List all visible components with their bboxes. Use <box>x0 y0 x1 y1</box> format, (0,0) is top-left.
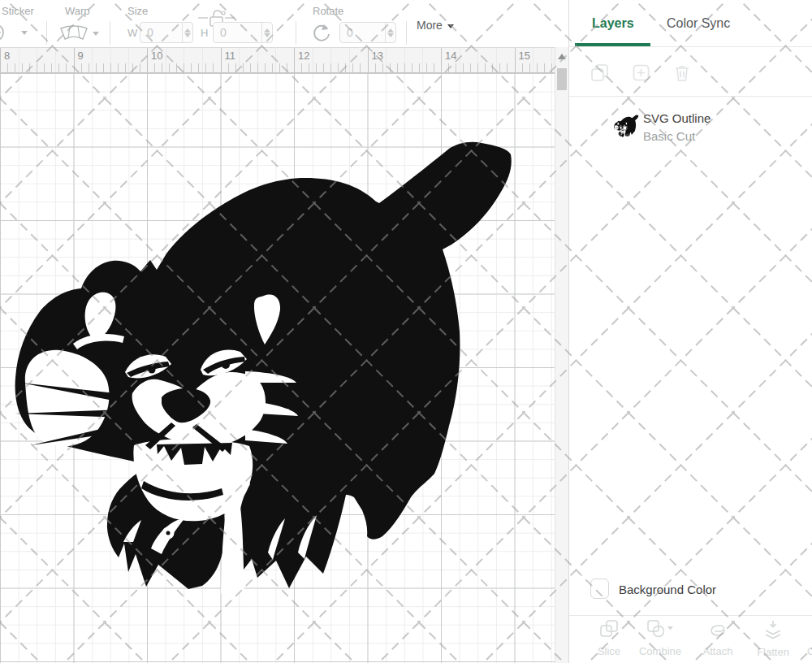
ruler-tick <box>221 48 222 73</box>
toolbar-divider <box>406 21 407 45</box>
ruler-tick <box>103 63 104 72</box>
ruler-number: 12 <box>298 50 309 62</box>
ruler-tick <box>51 63 52 72</box>
ruler-tick <box>338 63 339 72</box>
rotate-input-box <box>339 22 396 43</box>
flatten-button[interactable]: Flatten <box>747 620 799 658</box>
layer-name: SVG Outline <box>643 111 710 125</box>
ruler-tick <box>140 63 140 72</box>
ruler-tick <box>386 48 387 73</box>
ruler-tick <box>202 48 203 73</box>
warp-caret-icon[interactable] <box>93 32 99 36</box>
ruler-tick <box>22 63 23 72</box>
ruler-tick <box>412 63 412 72</box>
ruler-tick <box>360 63 361 72</box>
width-label: W <box>127 27 137 39</box>
ruler-number: 15 <box>519 50 530 62</box>
top-toolbar: Sticker Warp Size W H Rotate More <box>0 0 568 46</box>
ruler-tick <box>313 48 313 73</box>
raccoon-artwork[interactable] <box>12 136 524 608</box>
height-input-box <box>213 22 273 43</box>
ruler-tick <box>352 63 353 72</box>
ruler-number: 9 <box>78 50 84 62</box>
flatten-icon <box>763 620 783 640</box>
delete-icon[interactable] <box>674 64 690 82</box>
ruler-tick <box>96 63 97 72</box>
tab-color-sync[interactable]: Color Sync <box>667 16 730 31</box>
scrollbar-thumb[interactable] <box>557 68 567 90</box>
ruler-tick <box>463 63 464 72</box>
more-caret-icon[interactable] <box>447 24 454 28</box>
layers-panel: Layers Color Sync SVG Outline Basic Cut … <box>568 0 812 663</box>
ruler-tick <box>213 63 214 72</box>
background-color-label: Background Color <box>619 583 716 596</box>
toolbar-divider <box>296 21 296 45</box>
rotate-input[interactable] <box>340 23 385 42</box>
ruler-tick <box>125 63 126 72</box>
ruler-number: 13 <box>372 50 383 62</box>
contour-label: Contour <box>800 645 812 657</box>
ruler-tick <box>485 63 486 72</box>
sticker-caret-icon[interactable] <box>21 31 28 35</box>
ruler-tick <box>419 63 420 72</box>
ruler-tick <box>382 63 383 72</box>
tab-layers[interactable]: Layers <box>592 16 634 31</box>
width-stepper[interactable] <box>182 23 192 42</box>
design-canvas[interactable] <box>0 73 555 663</box>
combine-button[interactable]: Combine <box>634 620 686 657</box>
scroll-up-icon[interactable] <box>558 54 566 59</box>
rotate-icon[interactable] <box>311 23 332 44</box>
ruler-tick <box>132 63 133 72</box>
ruler-tick <box>323 63 324 72</box>
ruler-tick <box>19 48 19 73</box>
more-button[interactable]: More <box>417 19 443 32</box>
ruler-tick <box>239 48 240 73</box>
ruler-tick <box>257 63 258 72</box>
ruler-tick <box>496 48 497 73</box>
ruler-tick <box>349 48 350 73</box>
width-input[interactable] <box>140 23 182 42</box>
ruler-tick <box>499 63 500 72</box>
vertical-scrollbar[interactable] <box>555 47 568 663</box>
sticker-icon[interactable] <box>0 23 16 42</box>
layer-thumbnail <box>614 115 639 138</box>
slice-button[interactable]: Slice <box>583 620 635 657</box>
ruler-tick <box>422 48 423 73</box>
ruler-tick <box>250 63 251 72</box>
attach-button[interactable]: Attach <box>692 620 744 657</box>
ruler-tick <box>272 63 273 72</box>
duplicate-icon[interactable] <box>591 64 609 82</box>
height-stepper[interactable] <box>261 23 272 42</box>
sticker-label: Sticker <box>2 5 34 17</box>
panel-divider <box>569 96 812 97</box>
ruler-tick <box>470 63 471 72</box>
ruler-tick <box>397 63 398 72</box>
rotate-label: Rotate <box>313 5 343 17</box>
rotate-stepper[interactable] <box>385 23 395 42</box>
ruler-tick <box>544 63 545 72</box>
background-color-swatch[interactable] <box>590 578 609 599</box>
ruler-tick <box>166 48 166 73</box>
attach-icon <box>707 620 728 639</box>
height-input[interactable] <box>214 23 261 42</box>
contour-button[interactable]: Contour <box>800 620 812 657</box>
warp-label: Warp <box>65 5 90 17</box>
ruler-tick <box>128 48 129 73</box>
ruler-tick <box>460 48 460 73</box>
warp-icon[interactable] <box>58 25 89 41</box>
ruler-tick <box>477 63 478 72</box>
ruler-number: 10 <box>151 50 162 62</box>
ruler-tick <box>169 63 170 72</box>
add-layer-icon[interactable] <box>633 64 650 82</box>
ruler-tick <box>279 63 280 72</box>
ruler-tick <box>275 48 276 73</box>
ruler-tick <box>81 63 82 72</box>
combine-label: Combine <box>634 645 686 657</box>
ruler-tick <box>294 48 295 73</box>
ruler-tick <box>29 63 30 72</box>
ruler-tick <box>301 63 302 72</box>
flatten-label: Flatten <box>747 646 799 658</box>
ruler-tick <box>390 63 391 72</box>
ruler-tick <box>404 63 405 72</box>
ruler-tick <box>492 63 493 72</box>
